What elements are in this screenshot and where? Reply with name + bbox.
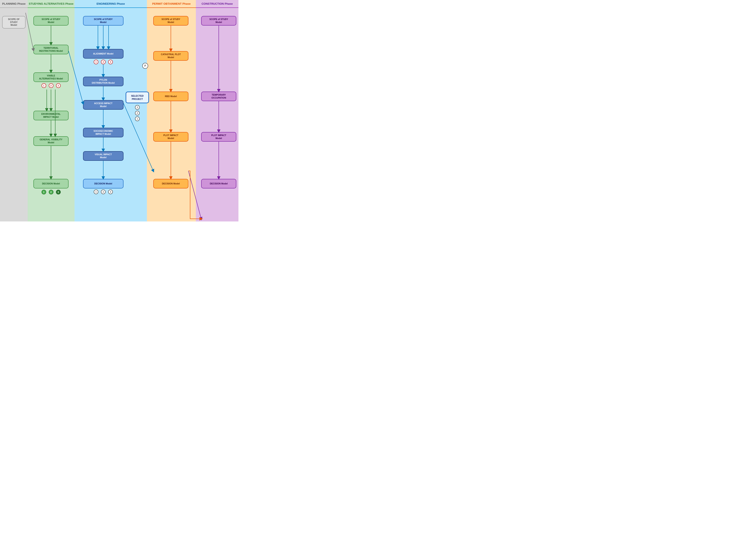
planning-scope-box: SCOPE OF STUDYModel — [2, 16, 25, 28]
studying-dec-num-2: 2 — [49, 190, 54, 194]
selected-num-2: 2 — [135, 111, 140, 115]
pylon-box: PYLONDISTRIBUTION Model — [83, 77, 123, 86]
studying-header: STUDYING ALTERNATIVES Phase — [28, 0, 75, 8]
visual-box: VISUAL IMPACTModel — [83, 151, 123, 161]
construction-decision-label: DECISION Model — [201, 179, 236, 188]
pylon-label: PYLONDISTRIBUTION Model — [83, 77, 123, 86]
construction-plot-label: PLOT IMPACTModel — [201, 132, 236, 142]
studying-decision-box: DECISION Model 1 2 3 — [31, 179, 71, 194]
planning-header: PLANNING Phase — [0, 0, 28, 8]
engineering-decision-box: DECISION Model 1 2 3 — [83, 179, 123, 194]
studying-decision-numbers: 1 2 3 — [41, 190, 61, 194]
catastral-box: CATASTRAL PLOTModel — [151, 51, 190, 61]
permit-plot-box: PLOT IMPACTModel — [151, 132, 190, 142]
viable-label: VIABLEALTERNATIVES Model — [33, 72, 69, 82]
engineering-decision-label: DECISION Model — [83, 179, 123, 188]
studying-dec-num-3: 3 — [56, 190, 61, 194]
studying-scope-box: SCOPE of STUDYModel — [31, 16, 71, 25]
viable-box: VIABLEALTERNATIVES Model 1 2 3 — [31, 72, 71, 88]
engineering-scope-box: SCOPE of STUDYModel — [83, 16, 123, 25]
environmental-box: ENVIRONMENTALIMPACT Model — [31, 111, 71, 120]
access-box: ACCESS IMPACTModel — [83, 100, 123, 110]
construction-scope-box: SCOPE of STUDYModel — [200, 16, 237, 25]
diagram-container: PLANNING Phase STUDYING ALTERNATIVES Pha… — [0, 0, 302, 222]
rbd-box: RBD Model — [151, 92, 190, 101]
planning-column-bg — [0, 0, 28, 222]
construction-decision-box: DECISION Model — [200, 179, 237, 188]
permit-header: PERMIT OBTAINMENT Phase — [147, 0, 196, 8]
temp-occupation-label: TEMPORARYOCCUPATION — [201, 92, 236, 101]
studying-decision-label: DECISION Model — [33, 179, 69, 188]
socio-box: SOCIOECONOMICIMPACT Model — [83, 128, 123, 137]
territorial-box: TERRITORIALRESTRICTIONS Model — [31, 45, 71, 54]
alignment-num-1: 1 — [94, 60, 98, 64]
eng-dec-num-3: 3 — [108, 189, 113, 194]
visibility-box: GENERAL VISIBILITYModel — [31, 136, 71, 146]
engineering-decision-numbers: 1 2 3 — [94, 189, 113, 194]
engineering-scope-label: SCOPE of STUDYModel — [83, 16, 123, 25]
permit-decision-label: DECISION Model — [153, 179, 188, 188]
viable-num-1: 1 — [41, 83, 46, 88]
environmental-label: ENVIRONMENTALIMPACT Model — [33, 111, 69, 120]
permit-plot-label: PLOT IMPACTModel — [153, 132, 188, 142]
viable-numbers: 1 2 3 — [41, 83, 61, 88]
alignment-numbers: 1 2 3 — [94, 60, 113, 64]
alignment-box: ALIGNMENT Model 1 2 3 — [83, 49, 123, 64]
territorial-label: TERRITORIALRESTRICTIONS Model — [33, 45, 69, 54]
access-label: ACCESS IMPACTModel — [83, 100, 123, 110]
visibility-label: GENERAL VISIBILITYModel — [33, 136, 69, 146]
planning-scope-label: SCOPE OF STUDYModel — [2, 16, 25, 28]
alignment-num-3: 3 — [108, 60, 113, 64]
selected-project-label: SELECTEDPROJECT — [125, 92, 149, 103]
construction-scope-label: SCOPE of STUDYModel — [201, 16, 236, 25]
selected-project-box: SELECTEDPROJECT 3 2 1 — [125, 92, 149, 121]
permit-scope-label: SCOPE of STUDYModel — [153, 16, 188, 25]
permit-p-circle: P — [142, 63, 148, 69]
permit-decision-box: DECISION Model — [151, 179, 190, 188]
catastral-label: CATASTRAL PLOTModel — [153, 51, 188, 61]
selected-num-3: 3 — [135, 105, 140, 110]
permit-scope-box: SCOPE of STUDYModel — [151, 16, 190, 25]
construction-plot-box: PLOT IMPACTModel — [200, 132, 237, 142]
selected-num-1: 1 — [135, 116, 140, 121]
studying-scope-label: SCOPE of STUDYModel — [33, 16, 69, 25]
alignment-label: ALIGNMENT Model — [83, 49, 123, 59]
studying-dec-num-1: 1 — [41, 190, 46, 194]
construction-header: CONSTRUCTION Phase — [196, 0, 238, 8]
viable-num-3: 3 — [56, 83, 61, 88]
engineering-header: ENGINEERING Phase — [75, 0, 147, 8]
visual-label: VISUAL IMPACTModel — [83, 151, 123, 161]
rbd-label: RBD Model — [153, 92, 188, 101]
socio-label: SOCIOECONOMICIMPACT Model — [83, 128, 123, 137]
alignment-num-2: 2 — [101, 60, 106, 64]
eng-dec-num-1: 1 — [94, 189, 98, 194]
viable-num-2: 2 — [49, 83, 54, 88]
temp-occupation-box: TEMPORARYOCCUPATION — [200, 92, 237, 101]
eng-dec-num-2: 2 — [101, 189, 106, 194]
